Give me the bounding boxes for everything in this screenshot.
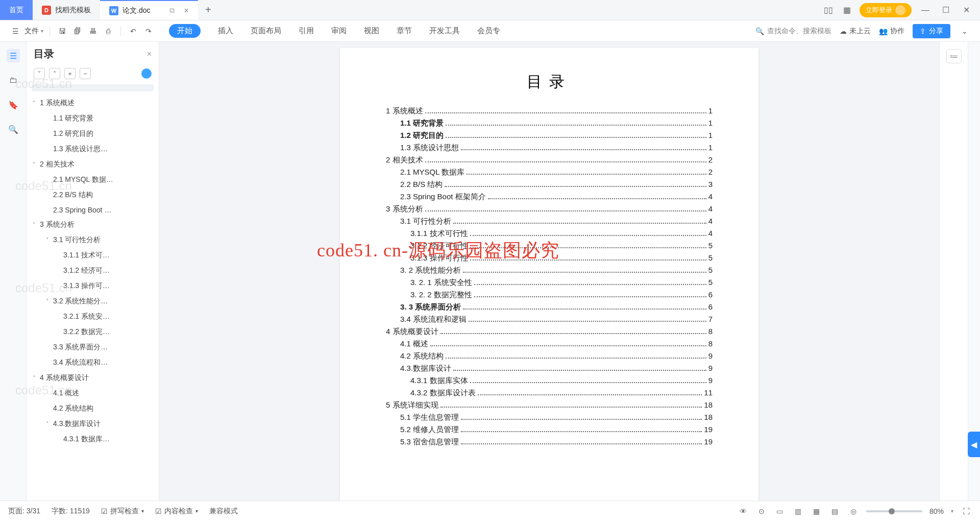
outline-node[interactable]: 1.3 系统设计思… [27, 141, 159, 157]
ribbon-tab[interactable]: 视图 [364, 26, 379, 36]
collab-button[interactable]: 👥 协作 [879, 27, 904, 36]
outline-node[interactable]: 4.2 系统结构 [27, 401, 159, 416]
toc-entry[interactable]: 3. 2 系统性能分析5 [386, 264, 713, 276]
right-panel-toggle[interactable]: ≔ [946, 49, 962, 63]
toc-entry[interactable]: 5.2 维修人员管理19 [386, 423, 713, 436]
toc-entry[interactable]: 2.3 Spring Boot 框架简介4 [386, 191, 713, 203]
command-search[interactable]: 🔍 查找命令、搜索模板 [755, 27, 831, 36]
outline-node[interactable]: ˅3.1 可行性分析 [27, 232, 159, 248]
remove-node-button[interactable]: − [80, 68, 91, 79]
share-button[interactable]: ⇪ 分享 [913, 24, 950, 38]
toc-entry[interactable]: 3.1 可行性分析4 [386, 215, 713, 227]
ribbon-tab[interactable]: 开始 [169, 24, 201, 38]
toc-entry[interactable]: 3. 2. 1 系统安全性5 [386, 276, 713, 289]
print-preview-icon[interactable]: ⎙ [102, 25, 114, 37]
toc-entry[interactable]: 1.2 研究目的1 [386, 129, 713, 141]
view-reading-icon[interactable]: ▤ [829, 506, 841, 517]
fullscreen-icon[interactable]: ⛶ [961, 506, 972, 517]
toc-entry[interactable]: 3.1.1 技术可行性4 [386, 227, 713, 240]
apps-icon[interactable]: ▦ [841, 5, 852, 16]
bookmark-rail-icon[interactable]: 🔖 [7, 98, 20, 111]
outline-node[interactable]: ˅3.2 系统性能分… [27, 294, 159, 309]
close-window-button[interactable]: ✕ [960, 4, 973, 17]
outline-node[interactable]: 2.3 Spring Boot … [27, 203, 159, 217]
outline-node[interactable]: 3.2.2 数据完… [27, 324, 159, 340]
toc-entry[interactable]: 1.1 研究背景1 [386, 117, 713, 129]
toc-entry[interactable]: 3 系统分析4 [386, 203, 713, 215]
toc-entry[interactable]: 5.1 学生信息管理18 [386, 411, 713, 423]
outline-node[interactable]: 1.2 研究目的 [27, 126, 159, 141]
zoom-slider[interactable] [866, 510, 922, 512]
save-icon[interactable]: 🖫 [56, 25, 68, 37]
new-tab-button[interactable]: + [198, 0, 218, 20]
toc-entry[interactable]: 3.4 系统流程和逻辑7 [386, 313, 713, 325]
toc-entry[interactable]: 1 系统概述1 [386, 105, 713, 117]
tab-templates[interactable]: D 找稻壳模板 [33, 0, 100, 20]
outline-node[interactable]: 3.3 系统界面分… [27, 340, 159, 355]
layout-icon[interactable]: ▯▯ [823, 5, 834, 16]
collapse-all-button[interactable]: ˅ [34, 68, 45, 79]
document-viewport[interactable]: 目录 1 系统概述11.1 研究背景11.2 研究目的11.3 系统设计思想12… [159, 42, 939, 501]
outline-node[interactable]: 3.1.3 操作可… [27, 278, 159, 294]
outline-close-icon[interactable]: × [147, 50, 152, 59]
toc-entry[interactable]: 1.3 系统设计思想1 [386, 141, 713, 154]
close-tab-icon[interactable]: × [184, 6, 188, 15]
ribbon-tab[interactable]: 会员专 [477, 26, 500, 36]
view-page-icon[interactable]: ▭ [774, 506, 786, 517]
search-rail-icon[interactable]: 🔍 [7, 123, 20, 136]
toc-entry[interactable]: 5.3 宿舍信息管理19 [386, 436, 713, 448]
save-as-icon[interactable]: 🗐 [71, 25, 84, 37]
ribbon-tab[interactable]: 开发工具 [429, 26, 460, 36]
maximize-button[interactable]: ☐ [939, 4, 952, 17]
toc-entry[interactable]: 4.1 概述8 [386, 338, 713, 350]
page-indicator[interactable]: 页面: 3/31 [8, 507, 40, 516]
outline-node[interactable]: 1.1 研究背景 [27, 111, 159, 126]
undo-icon[interactable]: ↶ [127, 25, 139, 37]
outline-node[interactable]: ˅3 系统分析 [27, 217, 159, 232]
minimize-button[interactable]: — [919, 4, 932, 17]
toc-entry[interactable]: 4.3.1 数据库实体9 [386, 374, 713, 387]
toc-entry[interactable]: 5 系统详细实现18 [386, 399, 713, 411]
eye-icon[interactable]: 👁 [738, 506, 749, 517]
outline-node[interactable]: 3.1.1 技术可… [27, 248, 159, 263]
clipboard-rail-icon[interactable]: 🗀 [7, 74, 20, 87]
word-count[interactable]: 字数: 11519 [52, 507, 90, 516]
expand-all-button[interactable]: ˄ [49, 68, 60, 79]
toc-entry[interactable]: 2 相关技术2 [386, 154, 713, 166]
outline-node[interactable]: 3.2.1 系统安… [27, 309, 159, 324]
ribbon-tab[interactable]: 章节 [397, 26, 412, 36]
zoom-value[interactable]: 80% [929, 507, 944, 515]
toc-entry[interactable]: 4.2 系统结构9 [386, 350, 713, 362]
spell-check-button[interactable]: ☑拼写检查▾ [101, 507, 144, 516]
file-menu[interactable]: 文件▾ [24, 27, 43, 36]
screen-icon[interactable]: ⧉ [169, 6, 175, 15]
outline-node[interactable]: 3.1.2 经济可… [27, 263, 159, 278]
focus-mode-icon[interactable]: ⊙ [756, 506, 767, 517]
outline-node[interactable]: ˅4.3.数据库设计 [27, 416, 159, 432]
ribbon-tab[interactable]: 审阅 [331, 26, 347, 36]
tab-home[interactable]: 首页 [0, 0, 33, 20]
view-outline-icon[interactable]: ▦ [811, 506, 822, 517]
add-node-button[interactable]: + [64, 68, 76, 79]
toc-entry[interactable]: 3.1.3 操作可行性5 [386, 252, 713, 264]
zoom-fit-icon[interactable]: ◎ [848, 506, 859, 517]
outline-node[interactable]: 2.2 B/S 结构 [27, 187, 159, 203]
cloud-status[interactable]: ☁ 未上云 [840, 27, 871, 36]
outline-node[interactable]: 3.4 系统流程和… [27, 355, 159, 370]
toc-entry[interactable]: 3.1.2 经济可行性5 [386, 240, 713, 252]
hamburger-icon[interactable]: ☰ [9, 25, 21, 37]
toc-entry[interactable]: 3. 2. 2 数据完整性6 [386, 289, 713, 301]
outline-node[interactable]: ˅2 相关技术 [27, 157, 159, 172]
toc-entry[interactable]: 2.2 B/S 结构3 [386, 178, 713, 191]
toc-entry[interactable]: 4.3.数据库设计9 [386, 362, 713, 374]
outline-node[interactable]: 2.1 MYSQL 数据… [27, 172, 159, 187]
toc-entry[interactable]: 2.1 MYSQL 数据库2 [386, 166, 713, 178]
redo-icon[interactable]: ↷ [142, 25, 155, 37]
ribbon-tab[interactable]: 插入 [218, 26, 233, 36]
outline-settings-icon[interactable] [141, 68, 152, 79]
compat-mode[interactable]: 兼容模式 [209, 507, 238, 516]
outline-node[interactable]: ˅1 系统概述 [27, 96, 159, 111]
toc-entry[interactable]: 4 系统概要设计8 [386, 325, 713, 338]
content-check-button[interactable]: ☑内容检查▾ [155, 507, 198, 516]
outline-tree[interactable]: ˅1 系统概述1.1 研究背景1.2 研究目的1.3 系统设计思…˅2 相关技术… [27, 93, 159, 501]
